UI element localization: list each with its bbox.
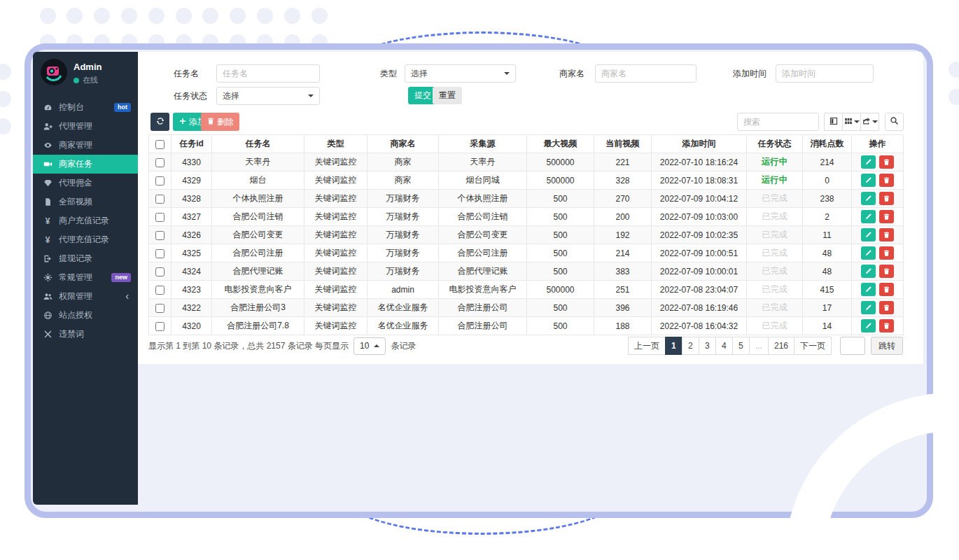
delete-button[interactable] — [879, 319, 894, 332]
sidebar-item-8[interactable]: 提现记录 — [33, 249, 138, 268]
sidebar-item-2[interactable]: 商家管理 — [33, 136, 138, 155]
edit-button[interactable] — [861, 192, 876, 205]
sidebar-item-10[interactable]: 权限管理 — [33, 287, 138, 306]
table-row: 4326合肥公司变更关键词监控万瑞财务合肥公司变更5001922022-07-0… — [149, 226, 904, 244]
cell-added-time: 2022-07-08 16:19:46 — [652, 299, 747, 317]
jump-button[interactable]: 跳转 — [871, 337, 903, 355]
column-header: 消耗点数 — [803, 135, 852, 153]
add-time-input[interactable] — [776, 64, 874, 83]
table-row: 4329烟台关键词监控商家烟台同城5000003282022-07-10 18:… — [149, 172, 904, 190]
type-label: 类型 — [348, 64, 397, 83]
sidebar-item-5[interactable]: 全部视频 — [33, 192, 138, 211]
cell-actions — [852, 262, 904, 281]
delete-button[interactable] — [879, 174, 894, 187]
table-view-buttons — [825, 113, 879, 131]
sidebar-item-7[interactable]: ¥代理充值记录 — [33, 230, 138, 249]
summary-prefix: 显示第 1 到第 10 条记录，总共 2157 条记录 每页显示 — [148, 340, 349, 352]
delete-button[interactable] — [879, 155, 894, 169]
edit-button[interactable] — [861, 246, 876, 260]
cell-checkbox — [149, 262, 172, 281]
row-checkbox[interactable] — [155, 213, 164, 222]
decor-dot — [312, 8, 328, 24]
edit-button[interactable] — [861, 265, 876, 278]
sidebar-item-label: 全部视频 — [59, 196, 92, 208]
delete-button[interactable] — [879, 228, 894, 241]
sidebar-item-0[interactable]: 控制台hot — [33, 98, 138, 117]
page-button-3[interactable]: 3 — [699, 337, 716, 355]
task-status-select[interactable]: 选择 — [216, 87, 320, 105]
decor-dot — [948, 62, 959, 78]
sidebar-item-12[interactable]: 违禁词 — [33, 325, 138, 344]
caret-down-icon — [504, 72, 510, 75]
row-checkbox[interactable] — [155, 195, 164, 204]
app-window: Admin 在线 控制台hot代理管理商家管理商家任务代理佣金全部视频¥商户充值… — [33, 52, 923, 505]
search-button[interactable] — [885, 113, 904, 131]
columns-button[interactable] — [842, 113, 861, 131]
sidebar-item-3[interactable]: 商家任务 — [33, 155, 138, 174]
next-page-button[interactable]: 下一页 — [794, 337, 832, 355]
table-row: 4323电影投资意向客户关键词监控admin电影投资意向客户5000002512… — [149, 281, 904, 299]
status-badge: 已完成 — [762, 321, 788, 330]
sidebar-item-11[interactable]: 站点授权 — [33, 306, 138, 325]
cell-merchant: admin — [368, 281, 439, 299]
edit-button[interactable] — [861, 301, 876, 314]
row-checkbox[interactable] — [155, 286, 164, 295]
records-summary: 显示第 1 到第 10 条记录，总共 2157 条记录 每页显示 10 条记录 — [148, 337, 416, 355]
caret-down-icon — [308, 94, 314, 97]
cell-task-name: 合肥公司变更 — [212, 226, 304, 244]
toggle-view-button[interactable] — [824, 113, 843, 131]
edit-button[interactable] — [861, 210, 876, 223]
sidebar-item-9[interactable]: 常规管理new — [33, 268, 138, 287]
row-checkbox[interactable] — [155, 267, 164, 276]
column-header: 采集源 — [439, 135, 527, 153]
sidebar-item-1[interactable]: 代理管理 — [33, 117, 138, 136]
type-select[interactable]: 选择 — [405, 64, 516, 83]
edit-button[interactable] — [861, 283, 876, 296]
cell-task-name: 电影投资意向客户 — [212, 281, 304, 299]
page-button-5[interactable]: 5 — [732, 337, 750, 355]
cell-max-videos: 500 — [527, 317, 594, 335]
jump-page-input[interactable] — [840, 337, 865, 355]
select-all-checkbox[interactable] — [155, 140, 164, 149]
delete-button[interactable] — [879, 210, 894, 223]
gem-icon — [42, 178, 53, 188]
cell-points: 214 — [803, 153, 852, 172]
delete-button[interactable] — [879, 301, 894, 314]
delete-button[interactable] — [879, 283, 894, 296]
columns-icon — [844, 117, 853, 127]
edit-button[interactable] — [861, 228, 876, 241]
export-button[interactable] — [860, 113, 879, 131]
row-checkbox[interactable] — [155, 176, 164, 186]
edit-button[interactable] — [861, 319, 876, 332]
delete-button[interactable] — [879, 246, 894, 260]
reset-button[interactable]: 重置 — [433, 87, 462, 104]
delete-button[interactable] — [879, 192, 894, 205]
delete-selected-button[interactable]: 删除 — [201, 113, 239, 131]
sidebar-item-6[interactable]: ¥商户充值记录 — [33, 211, 138, 230]
search-input[interactable] — [737, 113, 819, 131]
cell-current-videos: 221 — [594, 153, 652, 172]
prev-page-button[interactable]: 上一页 — [628, 337, 666, 355]
delete-button[interactable] — [879, 265, 894, 278]
row-checkbox[interactable] — [155, 249, 164, 258]
refresh-button[interactable] — [150, 113, 169, 131]
row-checkbox[interactable] — [155, 304, 164, 313]
row-checkbox[interactable] — [155, 231, 164, 240]
row-checkbox[interactable] — [155, 158, 164, 167]
page-ellipsis[interactable]: ... — [749, 337, 769, 355]
page-button-1[interactable]: 1 — [665, 337, 682, 355]
cell-merchant: 商家 — [368, 153, 439, 172]
page-button-4[interactable]: 4 — [715, 337, 733, 355]
page-button-216[interactable]: 216 — [768, 337, 794, 355]
merchant-input[interactable] — [595, 64, 696, 83]
sidebar-item-4[interactable]: 代理佣金 — [33, 174, 138, 192]
cell-added-time: 2022-07-09 10:00:01 — [652, 262, 747, 281]
page-size-select[interactable]: 10 — [354, 337, 386, 355]
cell-type: 关键词监控 — [304, 208, 368, 226]
edit-button[interactable] — [861, 174, 876, 187]
edit-button[interactable] — [861, 155, 876, 169]
page-button-2[interactable]: 2 — [682, 337, 699, 355]
cell-task-id: 4325 — [172, 244, 212, 262]
task-name-input[interactable] — [216, 64, 320, 83]
row-checkbox[interactable] — [155, 322, 164, 331]
